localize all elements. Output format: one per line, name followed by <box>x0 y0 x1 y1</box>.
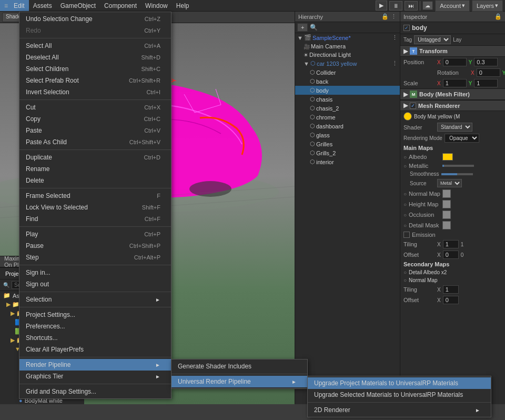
menu-select-children[interactable]: Select Children Shift+C <box>19 63 171 75</box>
menu-step[interactable]: Step Ctrl+Alt+P <box>19 252 171 263</box>
list-item[interactable]: ▼ ⬡ car 1203 yellow ⋮ <box>295 59 400 68</box>
shader-select[interactable]: Standard <box>437 123 472 132</box>
list-item[interactable]: ⬡ back <box>295 77 400 86</box>
item-menu[interactable]: ⋮ <box>392 60 398 67</box>
list-item[interactable]: ⬡ chasis <box>295 95 400 104</box>
menu-delete[interactable]: Delete <box>19 175 171 186</box>
offset2-x-input[interactable] <box>443 296 459 304</box>
inspector-lock[interactable]: 🔒 <box>494 13 502 20</box>
menu-deselect-all[interactable]: Deselect All Shift+D <box>19 52 171 63</box>
list-item[interactable]: ⬡ chrome <box>295 113 400 122</box>
list-item[interactable]: ⬡ interior <box>295 157 400 166</box>
albedo-color-swatch[interactable] <box>442 153 453 161</box>
menu-undo[interactable]: Undo Selection Change Ctrl+Z <box>19 13 171 25</box>
menu-select-prefab-root[interactable]: Select Prefab Root Ctrl+Shift+R <box>19 75 171 86</box>
mesh-filter-expand[interactable]: ▶ <box>403 91 408 98</box>
menu-find[interactable]: Find Ctrl+F <box>19 213 171 225</box>
menu-item-edit[interactable]: Edit <box>9 0 29 11</box>
rendering-mode-select[interactable]: Opaque <box>445 134 479 143</box>
menu-frame-selected[interactable]: Frame Selected F <box>19 190 171 202</box>
albedo-label: Albedo <box>409 154 440 160</box>
list-item[interactable]: ☀ Directional Light <box>295 51 400 59</box>
normal-map-thumb[interactable] <box>442 189 451 198</box>
menu-copy[interactable]: Copy Ctrl+C <box>19 113 171 125</box>
submenu-2d-renderer[interactable]: 2D Renderer ► <box>308 404 491 416</box>
menu-project-settings[interactable]: Project Settings... <box>19 309 171 321</box>
menu-play[interactable]: Play Ctrl+P <box>19 228 171 240</box>
menu-render-pipeline[interactable]: Render Pipeline ► Generate Shader Includ… <box>19 359 171 371</box>
offset-x-input[interactable] <box>443 251 459 259</box>
list-item[interactable]: ⬡ dashboard <box>295 122 400 131</box>
height-map-thumb[interactable] <box>442 200 451 208</box>
position-x-input[interactable] <box>443 58 467 66</box>
list-item[interactable]: ⬡ Grills_2 <box>295 148 400 157</box>
mesh-renderer-expand[interactable]: ▶ <box>403 102 408 109</box>
cloud-btn[interactable]: ☁ <box>422 1 433 10</box>
menu-sign-out[interactable]: Sign out <box>19 278 171 290</box>
menu-paste-as-child[interactable]: Paste As Child Ctrl+Shift+V <box>19 136 171 148</box>
menu-select-all[interactable]: Select All Ctrl+A <box>19 40 171 52</box>
menu-sign-in[interactable]: Sign in... <box>19 267 171 278</box>
menu-clear-playerprefs[interactable]: Clear All PlayerPrefs <box>19 344 171 355</box>
mesh-renderer-checkbox[interactable]: ✓ <box>410 103 416 109</box>
active-checkbox[interactable]: ✓ <box>403 25 410 31</box>
rotation-x-input[interactable] <box>477 68 500 77</box>
toolbar-play[interactable]: ▶ <box>376 1 387 11</box>
metallic-slider[interactable] <box>442 165 474 167</box>
transform-expand[interactable]: ▶ <box>403 48 408 55</box>
menu-pause[interactable]: Pause Ctrl+Shift+P <box>19 240 171 252</box>
source-select[interactable]: Metal <box>437 179 462 187</box>
position-y-input[interactable] <box>474 58 498 66</box>
tag-select[interactable]: Untagged <box>414 35 451 44</box>
scale-y-input[interactable] <box>474 79 498 87</box>
menu-graphics-tier[interactable]: Graphics Tier ► <box>19 371 171 382</box>
list-item[interactable]: 🎥 Main Camera <box>295 42 400 51</box>
item-name: Directional Light <box>309 52 351 58</box>
occlusion-thumb[interactable] <box>442 211 451 219</box>
list-item[interactable]: ⬡ Collider <box>295 68 400 77</box>
menu-selection[interactable]: Selection ► <box>19 294 171 305</box>
menu-item-help[interactable]: Help <box>172 0 194 11</box>
detail-mask-row: ○ Detail Mask <box>400 220 505 231</box>
menu-item-window[interactable]: Window <box>141 0 172 11</box>
menu-grid-snap[interactable]: Grid and Snap Settings... <box>19 386 171 397</box>
toolbar-step[interactable]: ⏭ <box>405 1 418 11</box>
hierarchy-menu[interactable]: ⋮ <box>391 13 397 20</box>
menu-shortcuts[interactable]: Shortcuts... <box>19 332 171 344</box>
menu-preferences[interactable]: Preferences... <box>19 321 171 332</box>
submenu-urp[interactable]: Universal Render Pipeline ► Upgrade Proj… <box>171 376 307 387</box>
menu-paste[interactable]: Paste Ctrl+V <box>19 125 171 136</box>
pause-label: Pause <box>26 242 44 249</box>
scene-menu-icon[interactable]: ⋮ <box>392 34 398 41</box>
toolbar-pause[interactable]: ⏸ <box>389 1 402 11</box>
hierarchy-lock[interactable]: 🔒 <box>381 13 389 20</box>
list-item[interactable]: ⬡ Grilles <box>295 139 400 148</box>
menu-rename[interactable]: Rename <box>19 163 171 175</box>
submenu-upgrade-project[interactable]: Upgrade Project Materials to UniversalRP… <box>308 377 491 389</box>
submenu-upgrade-selected[interactable]: Upgrade Selected Materials to UniversalR… <box>308 389 491 401</box>
scale-x-input[interactable] <box>443 79 467 87</box>
menu-cut[interactable]: Cut Ctrl+X <box>19 102 171 113</box>
tiling-x-input[interactable] <box>443 240 459 248</box>
layers-button[interactable]: Layers ▾ <box>472 0 503 12</box>
tiling2-x-input[interactable] <box>443 285 459 294</box>
account-button[interactable]: Account ▾ <box>435 0 470 12</box>
menu-lock-view[interactable]: Lock View to Selected Shift+F <box>19 202 171 213</box>
menu-duplicate[interactable]: Duplicate Ctrl+D <box>19 152 171 163</box>
emission-checkbox[interactable] <box>403 232 410 238</box>
menu-redo[interactable]: Redo Ctrl+Y <box>19 25 171 36</box>
list-item[interactable]: ⬡ chasis_2 <box>295 104 400 113</box>
detail-mask-thumb[interactable] <box>442 221 451 229</box>
smoothness-slider[interactable] <box>441 173 473 175</box>
submenu-generate-shader[interactable]: Generate Shader Includes <box>171 361 307 372</box>
menu-invert-selection[interactable]: Invert Selection Ctrl+I <box>19 86 171 98</box>
scene-root[interactable]: ▼ 🎬 SampleScene* ⋮ <box>295 33 400 42</box>
add-hierarchy-btn[interactable]: + <box>297 23 308 32</box>
menu-item-gameobject[interactable]: GameObject <box>56 0 100 11</box>
menu-item-component[interactable]: Component <box>100 0 141 11</box>
hierarchy-panel: Hierarchy 🔒 ⋮ + 🔍 ▼ 🎬 SampleScene* ⋮ 🎥 M… <box>295 12 400 404</box>
menu-item-assets[interactable]: Assets <box>29 0 56 11</box>
list-item-body[interactable]: ⬡ body <box>295 86 400 95</box>
list-item[interactable]: ⬡ glass <box>295 131 400 139</box>
menu-item-file[interactable]: ≡ <box>0 0 9 11</box>
